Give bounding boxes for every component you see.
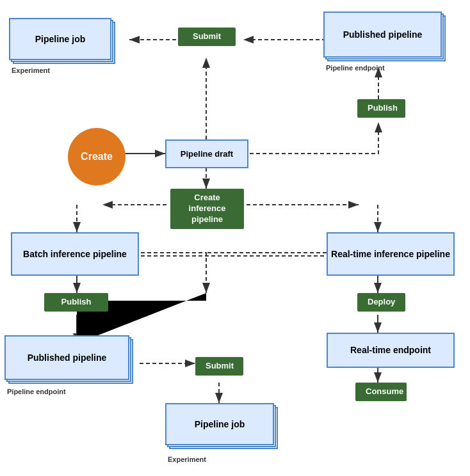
pipeline-job-top-container: Pipeline job Experiment bbox=[9, 18, 121, 64]
realtime-inference-title: Real-time inference pipeline bbox=[331, 249, 450, 260]
pipeline-job-top-subtitle: Experiment bbox=[12, 67, 50, 74]
published-pipeline-top-subtitle: Pipeline endpoint bbox=[326, 64, 385, 72]
create-inference-button[interactable]: Create inference pipeline bbox=[170, 189, 244, 229]
pipeline-draft-box: Pipeline draft bbox=[165, 139, 248, 168]
batch-inference-title: Batch inference pipeline bbox=[23, 249, 127, 260]
submit-top-button[interactable]: Submit bbox=[178, 28, 236, 46]
pipeline-job-bottom-container: Pipeline job Experiment bbox=[165, 403, 284, 461]
published-pipeline-bottom-subtitle: Pipeline endpoint bbox=[7, 388, 66, 395]
publish-bottom-button[interactable]: Publish bbox=[44, 293, 108, 312]
published-pipeline-bottom-title: Published pipeline bbox=[28, 353, 107, 363]
realtime-endpoint-title: Real-time endpoint bbox=[350, 345, 431, 356]
pipeline-job-top-title: Pipeline job bbox=[35, 34, 86, 45]
published-pipeline-bottom-container: Published pipeline Pipeline endpoint bbox=[4, 335, 139, 393]
consume-button[interactable]: Consume bbox=[355, 383, 407, 401]
pipeline-job-bottom-title: Pipeline job bbox=[195, 419, 245, 430]
diagram: Pipeline job Experiment Submit Published… bbox=[0, 0, 470, 476]
batch-inference-box: Batch inference pipeline bbox=[11, 232, 139, 276]
published-pipeline-top-container: Published pipeline Pipeline endpoint bbox=[323, 12, 451, 69]
publish-top-button[interactable]: Publish bbox=[357, 99, 405, 118]
published-pipeline-top-title: Published pipeline bbox=[343, 29, 423, 40]
pipeline-job-bottom-subtitle: Experiment bbox=[168, 456, 206, 463]
pipeline-draft-title: Pipeline draft bbox=[181, 149, 233, 159]
create-circle[interactable]: Create bbox=[68, 128, 126, 186]
submit-bottom-button[interactable]: Submit bbox=[195, 357, 243, 376]
realtime-endpoint-box: Real-time endpoint bbox=[327, 333, 455, 368]
deploy-button[interactable]: Deploy bbox=[357, 293, 405, 312]
realtime-inference-box: Real-time inference pipeline bbox=[327, 232, 455, 276]
